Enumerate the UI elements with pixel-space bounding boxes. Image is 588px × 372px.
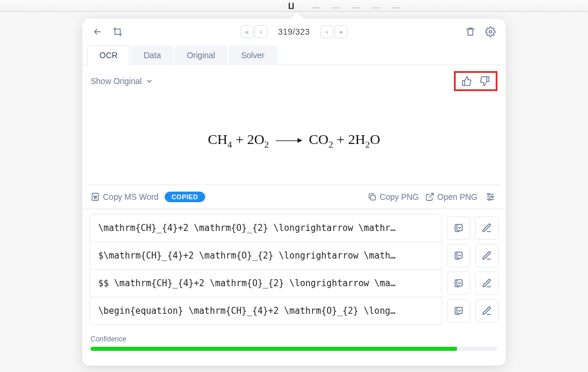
format-settings-button[interactable] <box>483 190 497 204</box>
code-text[interactable]: $\mathrm{CH}_{4}+2 \mathrm{O}_{2} \longr… <box>89 242 442 270</box>
page-counter: 319/323 <box>271 27 317 36</box>
thumbs-up-button[interactable] <box>460 75 473 88</box>
svg-rect-11 <box>457 280 462 286</box>
prev-page-button[interactable]: ‹ <box>255 25 268 38</box>
export-actions: Copy MS Word COPIED Copy PNG Open PNG <box>82 185 506 209</box>
copy-code-button[interactable] <box>447 244 470 267</box>
tab-original[interactable]: Original <box>175 45 228 65</box>
next-page-button[interactable]: › <box>320 25 333 38</box>
edit-code-button[interactable] <box>475 244 499 267</box>
svg-point-7 <box>492 196 493 198</box>
confidence-bar <box>91 347 497 351</box>
code-row: \mathrm{CH}_{4}+2 \mathrm{O}_{2} \longri… <box>89 214 499 242</box>
code-text[interactable]: \mathrm{CH}_{4}+2 \mathrm{O}_{2} \longri… <box>89 214 442 242</box>
back-button[interactable] <box>91 25 105 39</box>
svg-rect-10 <box>457 252 462 259</box>
svg-point-6 <box>488 193 490 195</box>
code-row: $$ \mathrm{CH}_{4}+2 \mathrm{O}_{2} \lon… <box>89 269 499 297</box>
page-navigator: « ‹ 319/323 › » <box>240 25 348 38</box>
svg-rect-12 <box>457 307 462 314</box>
longrightarrow-icon <box>276 140 302 141</box>
show-original-toggle[interactable]: Show Original <box>91 76 153 86</box>
open-png-label: Open PNG <box>437 192 477 202</box>
tab-solver[interactable]: Solver <box>229 45 277 65</box>
system-menubar: ⵡ <box>0 0 588 12</box>
tab-ocr[interactable]: OCR <box>87 45 130 65</box>
confidence-section: Confidence <box>82 329 506 358</box>
last-page-button[interactable]: » <box>335 25 348 38</box>
delete-button[interactable] <box>463 25 477 39</box>
copy-png-label: Copy PNG <box>380 192 419 202</box>
copy-png-button[interactable]: Copy PNG <box>368 192 419 202</box>
edit-code-button[interactable] <box>475 299 499 323</box>
code-text[interactable]: $$ \mathrm{CH}_{4}+2 \mathrm{O}_{2} \lon… <box>89 269 442 297</box>
svg-point-8 <box>489 199 490 200</box>
thumbs-down-button[interactable] <box>478 75 491 88</box>
svg-rect-2 <box>370 195 375 200</box>
edit-code-button[interactable] <box>475 272 499 295</box>
feedback-box <box>454 71 497 91</box>
popup-pointer <box>290 12 304 19</box>
open-png-button[interactable]: Open PNG <box>425 192 477 202</box>
copy-msword-button[interactable]: Copy MS Word <box>91 192 159 202</box>
chevron-down-icon <box>145 77 153 85</box>
svg-point-0 <box>489 31 492 33</box>
copy-code-button[interactable] <box>447 299 470 323</box>
main-panel: « ‹ 319/323 › » OCR Data Original Solver <box>82 19 506 366</box>
confidence-fill <box>91 347 457 351</box>
app-logo: ⵡ <box>288 1 295 11</box>
topbar: « ‹ 319/323 › » <box>82 19 506 45</box>
show-original-label: Show Original <box>91 76 142 86</box>
menubar-status-icons <box>312 4 400 8</box>
code-text[interactable]: \begin{equation} \mathrm{CH}_{4}+2 \math… <box>89 297 442 325</box>
first-page-button[interactable]: « <box>240 25 253 38</box>
copy-code-button[interactable] <box>447 272 470 295</box>
edit-code-button[interactable] <box>475 216 499 240</box>
settings-button[interactable] <box>483 25 497 39</box>
view-toolbar: Show Original <box>82 65 506 97</box>
code-output-list: \mathrm{CH}_{4}+2 \mathrm{O}_{2} \longri… <box>82 209 506 329</box>
code-row: \begin{equation} \mathrm{CH}_{4}+2 \math… <box>89 297 499 324</box>
copy-msword-label: Copy MS Word <box>103 192 159 202</box>
crop-icon[interactable] <box>111 25 125 39</box>
code-row: $\mathrm{CH}_{4}+2 \mathrm{O}_{2} \longr… <box>89 242 499 269</box>
confidence-label: Confidence <box>91 335 497 343</box>
copied-badge: COPIED <box>165 192 205 202</box>
tab-bar: OCR Data Original Solver <box>82 45 506 65</box>
copy-code-button[interactable] <box>447 216 470 240</box>
svg-rect-9 <box>457 224 462 231</box>
equation-render: CH4 + 2O2 CO2 + 2H2O <box>88 97 500 185</box>
tab-data[interactable]: Data <box>131 45 173 65</box>
